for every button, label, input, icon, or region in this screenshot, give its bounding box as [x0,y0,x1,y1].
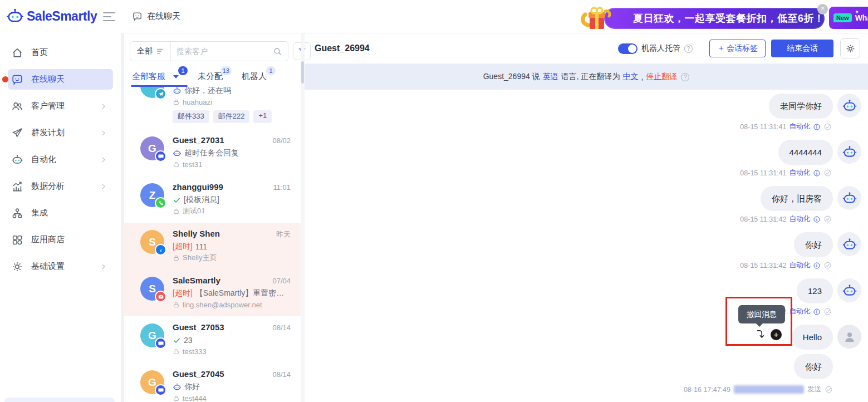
automation-link[interactable]: 自动化 [789,168,811,178]
lock-icon [173,254,180,262]
more-actions-icon[interactable]: + [771,329,782,340]
message-bubble[interactable]: 你好 [794,354,833,379]
caret-down-icon [173,75,179,79]
analytics-icon [11,180,23,193]
conversation-item-highlighted[interactable]: S SaleSmartly07/04 [超时]【SaleSmartly】重置密码… [124,269,301,316]
message-bubble[interactable]: 你好 [794,232,833,257]
message-list: 老同学你好 08-15 11:31:41 自动化 4444444 08-15 1… [305,90,868,402]
sidebar-item-analytics[interactable]: 数据分析 [8,176,113,197]
recall-message-icon[interactable] [754,329,766,340]
send-status: 发送 [807,385,821,394]
sidebar-item-integrations[interactable]: 集成 [8,203,113,223]
tab-all-agents[interactable]: 全部客服 1 [132,71,179,87]
message-group: 你好，旧房客 08-15 11:31:42 自动化 [305,186,861,224]
list-scrollbar-track[interactable] [301,33,305,402]
livechat-channel-icon [155,384,166,396]
home-icon [11,47,23,59]
robot-icon [173,383,182,391]
robot-icon [173,87,182,95]
info-icon[interactable] [813,262,821,269]
recall-tooltip: 撤回消息 [738,305,785,323]
page-title-wrap: 在线聊天 [132,11,180,22]
automation-link[interactable]: 自动化 [789,261,811,270]
whatsapp-new-badge[interactable]: New What ✦ [829,7,868,29]
check-icon [173,196,181,204]
conversation-item-highlighted[interactable]: S f Shelly Shen昨天 [超时]111 Shelly主页 [124,223,301,269]
new-tag: New [833,13,852,22]
bot-takeover-label: 机器人托管 [641,43,680,53]
tag-pill[interactable]: 邮件333 [173,110,209,123]
bot-takeover-cluster: 机器人托管 ? [618,43,693,54]
sent-check-icon [823,307,832,316]
sidebar-menu: 首页 在线聊天 客户管理 群发计划 自动化 数据分析 [0,42,121,277]
message-bubble[interactable]: 你好，旧房客 [761,186,833,211]
session-tag-button[interactable]: ＋会话标签 [709,40,766,57]
search-scope-dropdown[interactable]: 全部 [130,42,171,61]
sidebar-item-customers[interactable]: 客户管理 [8,96,113,116]
end-session-button[interactable]: 结束会话 [771,40,833,57]
tag-pill[interactable]: 邮件222 [213,110,250,123]
conversation-item[interactable]: G Guest_2703108/02 超时任务会回复 test31 [124,129,301,176]
lock-icon [173,99,180,106]
bot-avatar [837,186,861,210]
users-icon [11,100,23,112]
list-scrollbar-thumb[interactable] [301,61,304,84]
sidebar-item-settings[interactable]: 基础设置 [8,256,113,277]
promo-banner[interactable]: 夏日狂欢，一起享受套餐折扣，低至6折！！ Go × [604,8,825,29]
salesmartly-logo-icon [4,7,26,26]
bot-avatar [837,94,861,117]
bot-takeover-toggle[interactable] [618,43,637,54]
hamburger-menu-icon[interactable] [103,11,115,21]
automation-link[interactable]: 自动化 [789,307,811,316]
info-icon[interactable] [813,215,821,223]
chat-icon [11,73,23,86]
tag-pill-more[interactable]: +1 [253,110,272,123]
whatsapp-channel-icon [155,197,166,209]
info-icon[interactable] [813,123,821,131]
tab-unassigned[interactable]: 未分配 13 [198,71,223,87]
automation-link[interactable]: 自动化 [789,214,811,224]
promo-close-icon[interactable]: × [817,4,828,14]
info-icon[interactable] [813,308,821,316]
agent-avatar [837,325,861,349]
conversation-item[interactable]: G Guest_2704508/14 你好 test444 [124,363,301,402]
help-icon[interactable]: ? [684,45,693,53]
message-bubble[interactable]: 老同学你好 [769,94,833,119]
target-language-link[interactable]: 中文 [622,72,638,82]
message-bubble[interactable]: 123 [797,278,833,303]
sidebar-item-broadcast[interactable]: 群发计划 [8,122,113,143]
search-input[interactable] [171,47,273,56]
automation-link[interactable]: 自动化 [789,122,811,131]
search-icon[interactable] [273,47,282,56]
translation-banner: Guest_26994 说 英语 语言, 正在翻译为 中文 , 停止翻译 ? [305,64,868,90]
robot-icon [173,149,182,158]
sort-lines-icon [156,47,165,56]
gear-icon [845,43,856,54]
message-meta: 08-15 11:31:41 自动化 [740,168,832,178]
sparkle-icon: ✦ [855,9,859,15]
tab-bots[interactable]: 机器人 1 [242,71,267,87]
conversation-item[interactable]: Z zhanggui99911:01 [模板消息] 测试01 [124,176,301,223]
tab-count-badge: 1 [178,66,188,75]
unread-dot [2,76,8,82]
info-icon[interactable] [813,169,821,177]
source-language-link[interactable]: 英语 [543,72,558,82]
sidebar-item-home[interactable]: 首页 [8,42,113,63]
message-meta: 08-15 11:31:42 自动化 [740,214,832,224]
timeout-label: [超时] [173,242,193,252]
help-icon[interactable]: ? [681,73,689,81]
sidebar-item-livechat[interactable]: 在线聊天 [8,69,113,90]
conversation-item[interactable]: G Guest_2705308/14 23 test333 [124,316,301,363]
lock-icon [173,161,180,168]
conversation-item[interactable]: 你好，还在吗 huahuazi 邮件333 邮件222 +1 [124,87,301,129]
plus-glyph: ＋ [717,43,725,53]
sidebar-item-appstore[interactable]: 应用商店 [8,229,113,250]
stop-translation-link[interactable]: 停止翻译 [646,72,677,82]
chat-header: Guest_26994 机器人托管 ? ＋会话标签 结束会话 [305,33,868,64]
message-bubble[interactable]: 4444444 [778,140,833,165]
facebook-channel-icon: f [155,244,166,256]
message-bubble[interactable]: Hello [792,325,833,350]
sidebar-item-automation[interactable]: 自动化 [8,149,113,170]
chat-title: Guest_26994 [315,43,618,53]
chat-settings-button[interactable] [840,38,860,58]
